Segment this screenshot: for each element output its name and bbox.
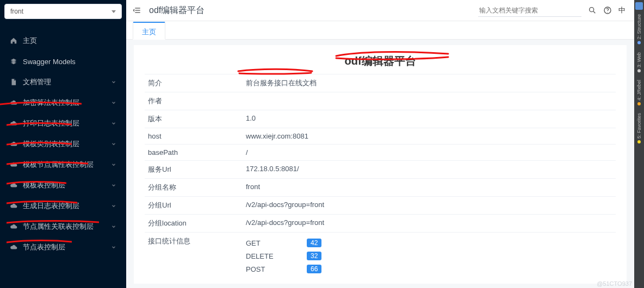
chevron-down-icon (111, 161, 116, 169)
cloud-icon (10, 120, 17, 127)
sidebar-item-6[interactable]: 模板节点属性表控制层 (0, 154, 126, 175)
svg-line-4 (593, 11, 595, 13)
group-select-value: front (10, 8, 112, 15)
watermark: @51CTO937 (597, 280, 632, 287)
search-button[interactable] (585, 3, 600, 18)
info-key: 接口统计信息 (145, 233, 243, 280)
ide-tool-strip: 2: Structure3: Web4: JRebel5: Favorites (634, 0, 644, 288)
table-row: 作者 (145, 92, 616, 110)
svg-point-6 (607, 12, 608, 12)
table-row: basePath/ (145, 145, 616, 161)
ide-tool-jrebel[interactable]: 4: JRebel (636, 80, 642, 105)
sidebar-item-7[interactable]: 模板表控制层 (0, 175, 126, 196)
language-toggle[interactable]: 中 (615, 5, 629, 15)
chevron-down-icon (111, 120, 116, 128)
stat-method: GET (246, 239, 284, 247)
sidebar-item-10[interactable]: 节点表控制层 (0, 237, 126, 258)
ide-tool-web[interactable]: 3: Web (636, 52, 642, 72)
table-row: 分组Url/v2/api-docs?group=front (145, 197, 616, 215)
search-input[interactable] (478, 4, 581, 16)
ide-project-icon[interactable] (635, 2, 643, 10)
info-value: GET42DELETE32POST66 (243, 233, 616, 280)
sidebar-item-1[interactable]: Swagger Models (0, 51, 126, 72)
chevron-down-icon (111, 202, 116, 210)
info-value (243, 92, 616, 110)
sidebar-item-label: 模板表控制层 (23, 180, 108, 190)
ide-tool-favorites[interactable]: 5: Favorites (636, 113, 642, 143)
search-wrap (478, 4, 581, 17)
cloud-icon (10, 243, 17, 251)
ide-tool-structure[interactable]: 2: Structure (636, 14, 642, 45)
sidebar-item-5[interactable]: 模板类别表控制层 (0, 134, 126, 154)
cloud-icon (10, 223, 17, 230)
info-value: www.xiejr.com:8081 (243, 128, 616, 145)
sidebar-item-0[interactable]: 主页 (0, 30, 126, 51)
sidebar-item-label: 生成日志表控制层 (23, 201, 108, 211)
sidebar-item-label: 主页 (23, 36, 116, 46)
app-title: odf编辑器平台 (149, 5, 205, 16)
info-key: 作者 (145, 92, 243, 110)
info-value: 前台服务接口在线文档 (243, 74, 616, 92)
info-key: basePath (145, 145, 243, 161)
sidebar-item-label: 文档管理 (23, 77, 108, 87)
group-select[interactable]: front (4, 4, 122, 19)
cloud-icon (10, 161, 17, 168)
chevron-down-icon (111, 99, 116, 107)
table-row: hostwww.xiejr.com:8081 (145, 128, 616, 145)
info-value: 172.18.0.5:8081/ (243, 161, 616, 179)
sidebar-item-8[interactable]: 生成日志表控制层 (0, 196, 126, 216)
info-table: 简介前台服务接口在线文档作者版本1.0hostwww.xiejr.com:808… (145, 74, 616, 279)
sidebar-item-label: 模板类别表控制层 (23, 139, 108, 149)
info-panel: odf编辑器平台 简介前台服务接口在线文档作者版本1.0hostwww.xiej… (134, 45, 627, 284)
chevron-down-icon (111, 181, 116, 190)
sidebar-select-wrap: front (0, 0, 126, 23)
sidebar: front 主页Swagger Models文档管理加密算法表控制层打印日志表控… (0, 0, 126, 288)
table-row: 分组名称front (145, 179, 616, 197)
stat-method: POST (246, 265, 284, 273)
sidebar-item-4[interactable]: 打印日志表控制层 (0, 113, 126, 134)
tab-0[interactable]: 主页 (133, 22, 165, 40)
sidebar-item-label: Swagger Models (23, 58, 116, 66)
doc-icon (10, 78, 17, 86)
sidebar-item-9[interactable]: 节点属性关联表控制层 (0, 216, 126, 237)
chevron-down-icon (112, 10, 116, 13)
sidebar-toggle-button[interactable] (129, 2, 146, 18)
chevron-down-icon (111, 78, 116, 86)
info-value: 1.0 (243, 110, 616, 128)
stat-line: GET42 (246, 236, 612, 249)
sidebar-item-2[interactable]: 文档管理 (0, 72, 126, 92)
content: odf编辑器平台 简介前台服务接口在线文档作者版本1.0hostwww.xiej… (126, 40, 634, 288)
table-row: 简介前台服务接口在线文档 (145, 74, 616, 92)
chevron-down-icon (111, 140, 116, 148)
help-button[interactable] (600, 3, 615, 18)
stat-line: DELETE32 (246, 249, 612, 262)
cloud-icon (10, 99, 17, 107)
tabbar: 主页 (126, 21, 634, 40)
stat-count-badge: 32 (307, 252, 321, 260)
sidebar-item-3[interactable]: 加密算法表控制层 (0, 92, 126, 113)
home-icon (10, 37, 17, 45)
svg-point-3 (590, 8, 594, 12)
layers-icon (10, 58, 17, 65)
info-key: 分组location (145, 215, 243, 233)
info-key: 服务Url (145, 161, 243, 179)
info-value: /v2/api-docs?group=front (243, 197, 616, 215)
table-row: 服务Url172.18.0.5:8081/ (145, 161, 616, 179)
info-key: 简介 (145, 74, 243, 92)
chevron-down-icon (111, 243, 116, 252)
footer: Apache License 2.0 | Copyright © 2019 Kn… (134, 284, 627, 288)
sidebar-item-label: 节点属性关联表控制层 (23, 222, 108, 231)
cloud-icon (10, 140, 17, 148)
table-row: 版本1.0 (145, 110, 616, 128)
main: odf编辑器平台 中 主页 odf编辑器平台 简介前台服务接口在线文档作者版本1… (126, 0, 634, 288)
stat-line: POST66 (246, 262, 612, 276)
topbar: odf编辑器平台 中 (126, 0, 634, 21)
page-title: odf编辑器平台 (145, 51, 616, 73)
cloud-icon (10, 181, 17, 189)
info-value: front (243, 179, 616, 197)
table-row: 分组location/v2/api-docs?group=front (145, 215, 616, 233)
info-key: host (145, 128, 243, 145)
sidebar-menu: 主页Swagger Models文档管理加密算法表控制层打印日志表控制层模板类别… (0, 23, 126, 288)
stat-count-badge: 42 (307, 239, 321, 247)
table-row: 接口统计信息GET42DELETE32POST66 (145, 233, 616, 280)
